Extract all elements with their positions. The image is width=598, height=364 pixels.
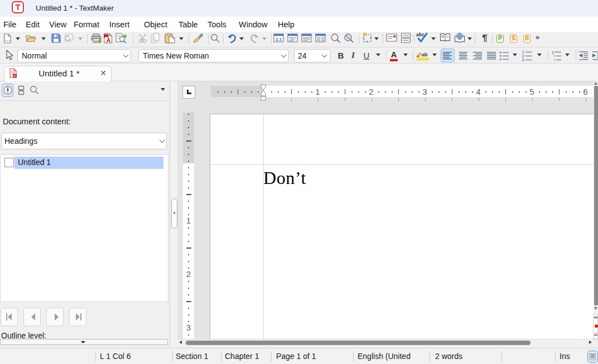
svg-text:abc: abc [416,32,425,37]
svg-text:3: 3 [522,58,524,62]
svg-text:2: 2 [522,54,524,58]
svg-text:1: 1 [552,51,554,55]
svg-text:ab: ab [422,52,428,57]
svg-text:1: 1 [522,50,524,54]
svg-text:1:1: 1:1 [276,37,282,42]
